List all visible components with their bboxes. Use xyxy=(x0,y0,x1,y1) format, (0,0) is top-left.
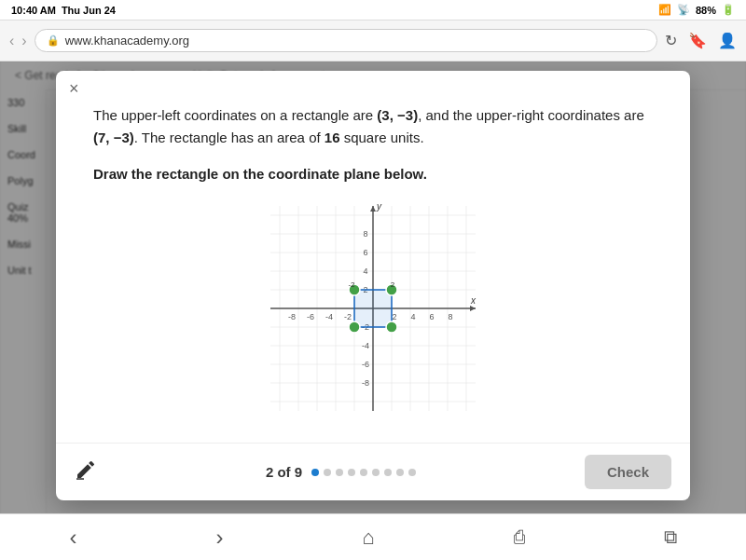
modal-overlay: × The upper-left coordinates on a rectan… xyxy=(0,61,746,560)
svg-point-48 xyxy=(386,321,397,333)
reload-icon[interactable]: ↻ xyxy=(665,32,677,49)
progress-area: 2 of 9 xyxy=(266,464,416,480)
check-button[interactable]: Check xyxy=(585,455,671,489)
wifi-icon: 📶 xyxy=(658,4,671,16)
svg-text:6: 6 xyxy=(429,312,434,321)
browser-chrome: ‹ › 🔒 www.khanacademy.org ↻ 🔖 👤 xyxy=(0,20,746,61)
dot-3 xyxy=(336,469,343,476)
svg-text:-4: -4 xyxy=(325,312,333,321)
svg-text:x: x xyxy=(470,295,477,306)
tabs-button[interactable]: ⧉ xyxy=(664,526,677,548)
coordinate-plane-container: x y -8 -6 -4 -2 2 4 6 8 xyxy=(93,197,653,420)
svg-text:4: 4 xyxy=(410,312,415,321)
svg-text:-8: -8 xyxy=(288,312,296,321)
svg-text:2: 2 xyxy=(391,280,395,289)
time: 10:40 AM xyxy=(11,5,56,16)
exercise-modal: × The upper-left coordinates on a rectan… xyxy=(56,71,690,500)
progress-dots xyxy=(311,469,416,476)
svg-text:y: y xyxy=(376,201,382,212)
dot-4 xyxy=(348,469,355,476)
bottom-navigation: ‹ › ⌂ ⎙ ⧉ xyxy=(0,513,746,560)
upper-left-coords: (3, −3) xyxy=(377,107,418,123)
status-bar: 10:40 AM Thu Jun 24 📶 📡 88% 🔋 xyxy=(0,0,746,20)
page-background: < Get ready for 8th grade Unit: Get read… xyxy=(0,61,746,560)
home-button[interactable]: ⌂ xyxy=(362,526,374,550)
svg-text:-2: -2 xyxy=(348,280,355,289)
pencil-tool-button[interactable] xyxy=(75,458,97,485)
pencil-icon xyxy=(75,458,97,481)
svg-text:2: 2 xyxy=(392,312,396,321)
draw-instruction: Draw the rectangle on the coordinate pla… xyxy=(93,166,653,182)
profile-icon[interactable]: 👤 xyxy=(718,32,737,49)
coord-svg: x y -8 -6 -4 -2 2 4 6 8 xyxy=(261,197,485,420)
problem-text: The upper-left coordinates on a rectangl… xyxy=(93,104,653,149)
url-text: www.khanacademy.org xyxy=(65,34,189,48)
forward-nav-icon[interactable]: › xyxy=(21,33,26,49)
area-value: 16 xyxy=(325,130,340,145)
svg-point-47 xyxy=(349,321,360,333)
lock-icon: 🔒 xyxy=(47,34,60,47)
dot-7 xyxy=(384,469,392,476)
browser-forward-button[interactable]: › xyxy=(215,525,223,551)
modal-body: The upper-left coordinates on a rectangl… xyxy=(56,71,690,443)
svg-text:4: 4 xyxy=(363,266,367,276)
dot-2 xyxy=(324,469,331,476)
progress-text: 2 of 9 xyxy=(266,464,302,480)
svg-marker-24 xyxy=(470,306,476,311)
svg-text:-4: -4 xyxy=(362,341,369,350)
upper-right-coords: (7, −3) xyxy=(93,130,134,145)
browser-back-button[interactable]: ‹ xyxy=(69,525,76,551)
svg-text:8: 8 xyxy=(363,229,367,239)
dot-9 xyxy=(408,469,416,476)
svg-rect-44 xyxy=(354,290,392,327)
dot-8 xyxy=(396,469,404,476)
svg-text:6: 6 xyxy=(363,248,367,257)
dot-5 xyxy=(360,469,367,476)
svg-text:-2: -2 xyxy=(344,312,352,321)
dot-6 xyxy=(372,469,380,476)
back-nav-icon[interactable]: ‹ xyxy=(9,33,14,49)
svg-text:8: 8 xyxy=(448,312,452,321)
svg-text:-8: -8 xyxy=(362,378,369,388)
battery-icon: 🔋 xyxy=(722,4,735,16)
share-button[interactable]: ⎙ xyxy=(514,526,525,548)
signal-icon: 📡 xyxy=(677,4,690,16)
coordinate-plane[interactable]: x y -8 -6 -4 -2 2 4 6 8 xyxy=(261,197,485,420)
battery-label: 88% xyxy=(696,5,716,16)
bookmark-icon[interactable]: 🔖 xyxy=(688,32,707,49)
dot-1 xyxy=(311,469,319,476)
svg-text:-6: -6 xyxy=(307,312,314,321)
svg-text:-6: -6 xyxy=(362,360,369,369)
svg-marker-25 xyxy=(370,206,376,212)
modal-footer: 2 of 9 Check xyxy=(56,443,690,500)
address-bar[interactable]: 🔒 www.khanacademy.org xyxy=(35,29,657,52)
modal-close-button[interactable]: × xyxy=(69,80,79,97)
day: Thu Jun 24 xyxy=(62,5,116,16)
